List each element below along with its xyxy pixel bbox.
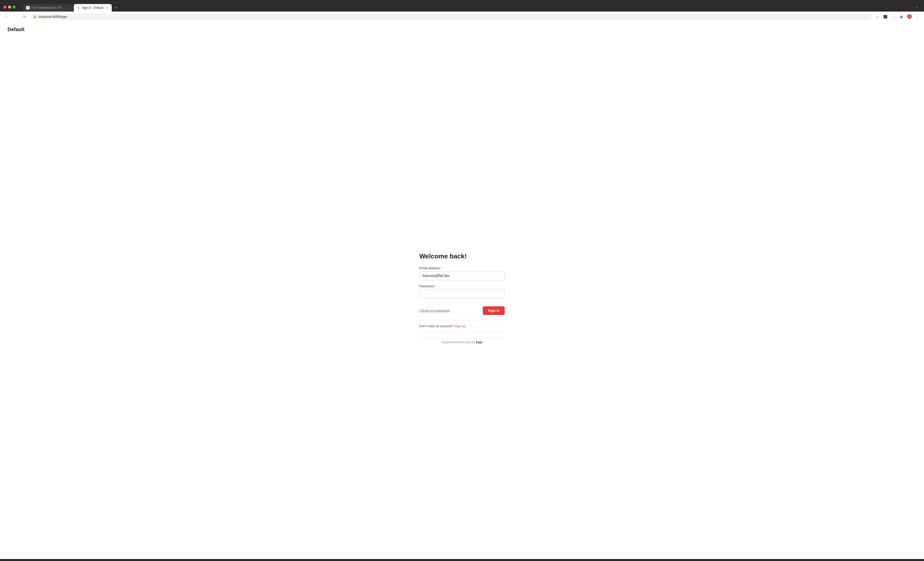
site-title: Default [8, 27, 916, 32]
star-icon: ☆ [876, 15, 879, 19]
page-content: Default Welcome back! Email address* Pas… [0, 22, 924, 559]
window-minimize-button[interactable] [8, 6, 11, 9]
password-label: Password* [419, 284, 505, 288]
email-label: Email address* [419, 266, 505, 270]
bookmark-button[interactable]: ☆ [874, 13, 881, 20]
form-actions: I forgot my password Sign in [419, 306, 505, 315]
browser-bottom-bar [0, 559, 924, 561]
reload-icon: ↻ [23, 15, 26, 19]
tab-2-favicon: S [77, 6, 80, 9]
sidebar-button[interactable]: ▦ [898, 13, 905, 20]
forward-icon: → [14, 15, 17, 19]
profile-button[interactable]: A [906, 13, 913, 20]
back-icon: ← [5, 15, 8, 19]
profile-icon: A [907, 14, 912, 19]
browser-tab-2[interactable]: S Sign in - Default ✕ [74, 4, 112, 12]
fief-brand: Fief [476, 340, 482, 344]
reload-button[interactable]: ↻ [21, 13, 28, 20]
email-required-star: * [440, 266, 442, 270]
powered-by-footer: Powered and secured by Fief [419, 338, 505, 344]
password-input[interactable] [419, 289, 505, 298]
tabs-bar: F Fief Authentication API – Swa… ✕ S Sig… [20, 4, 123, 12]
tab-strip-chevron[interactable]: ⌄ [914, 3, 921, 10]
signup-row: Don't have an account? Sign up [419, 324, 505, 328]
email-input[interactable] [419, 271, 505, 280]
lock-icon: 🔒 [33, 15, 37, 18]
browser-tab-1[interactable]: F Fief Authentication API – Swa… ✕ [23, 4, 74, 12]
capture-button[interactable]: ⬚ [890, 13, 897, 20]
nav-right-actions: ☆ ⬛ ⬚ ▦ A ⋮ [874, 13, 921, 20]
powered-divider [419, 332, 505, 332]
tab-1-label: Fief Authentication API – Swa… [31, 6, 65, 9]
email-field-group: Email address* [419, 266, 505, 280]
password-required-star: * [434, 284, 435, 288]
forgot-password-link[interactable]: I forgot my password [419, 309, 450, 312]
sign-in-button[interactable]: Sign in [483, 306, 505, 315]
window-close-button[interactable] [3, 6, 6, 9]
welcome-heading: Welcome back! [419, 252, 505, 260]
main-content: Welcome back! Email address* Password* I… [0, 38, 924, 559]
tab-1-favicon: F [26, 6, 30, 9]
window-maximize-button[interactable] [12, 6, 16, 9]
divider [419, 320, 505, 320]
tab-2-label: Sign in - Default [82, 6, 103, 9]
back-button[interactable]: ← [3, 13, 10, 20]
browser-chrome: F Fief Authentication API – Swa… ✕ S Sig… [0, 0, 924, 22]
password-field-group: Password* [419, 284, 505, 298]
tab-2-close[interactable]: ✕ [105, 6, 109, 10]
login-card: Welcome back! Email address* Password* I… [419, 252, 505, 344]
menu-button[interactable]: ⋮ [914, 13, 921, 20]
powered-by-text: Powered and secured by [442, 340, 475, 344]
page-header: Default [0, 22, 924, 38]
menu-icon: ⋮ [916, 15, 919, 19]
address-bar[interactable]: 🔒 localhost:8000/login [30, 14, 872, 20]
window-controls [3, 6, 16, 9]
extensions-icon: ⬛ [884, 15, 887, 19]
nav-bar: ← → ↻ 🔒 localhost:8000/login ☆ ⬛ ⬚ ▦ [0, 12, 924, 22]
address-text: localhost:8000/login [38, 15, 869, 19]
new-tab-button[interactable]: + [112, 4, 120, 12]
sign-up-link[interactable]: Sign up [454, 324, 465, 328]
forward-button[interactable]: → [12, 13, 19, 20]
tab-1-close[interactable]: ✕ [66, 6, 70, 10]
sidebar-icon: ▦ [900, 15, 903, 19]
capture-icon: ⬚ [892, 15, 895, 19]
title-bar: F Fief Authentication API – Swa… ✕ S Sig… [0, 0, 924, 12]
extensions-button[interactable]: ⬛ [882, 13, 889, 20]
